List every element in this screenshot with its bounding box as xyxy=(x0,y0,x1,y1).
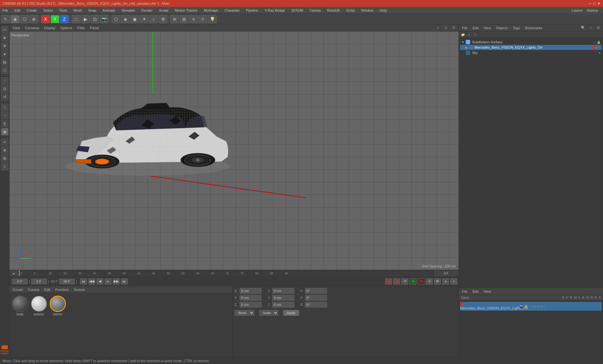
tool-axis-btn[interactable]: ⊕ xyxy=(1,42,8,50)
tool-rotate-btn[interactable]: ↺ xyxy=(1,93,8,101)
menu-snap[interactable]: Snap xyxy=(87,8,98,13)
obj-layer-btn[interactable]: ≡ xyxy=(466,32,472,37)
key-settings-btn[interactable]: ⚙ xyxy=(434,278,441,285)
coord-p-input[interactable] xyxy=(305,295,327,301)
tab-options[interactable]: Options xyxy=(58,25,74,30)
tool-extrude-btn[interactable]: ◊ xyxy=(1,163,8,170)
menu-help[interactable]: Help xyxy=(378,8,388,13)
toolbar-deform-btn[interactable]: ≋ xyxy=(170,15,179,23)
tool-edges-btn[interactable]: ▤ xyxy=(1,58,8,66)
tree-expand-mercedes[interactable]: ▶ xyxy=(465,46,468,49)
sky-vis[interactable]: ● xyxy=(599,51,600,55)
tool-sel-rect-btn[interactable]: □ xyxy=(1,104,8,111)
menu-pipeline[interactable]: Pipeline xyxy=(245,8,259,13)
toolbar-settings-btn[interactable]: ⚙ xyxy=(159,15,167,23)
timeline-play-btn[interactable]: ▶ xyxy=(9,270,19,276)
mat-tab-function[interactable]: Function xyxy=(53,287,70,292)
toolbar-move-btn[interactable]: ↖ xyxy=(1,15,10,23)
stop-btn[interactable]: ⏹ xyxy=(393,278,400,285)
obj-new-btn[interactable]: 📁 xyxy=(460,32,466,37)
material-interior[interactable]: interior xyxy=(50,296,66,316)
toolbar-z-btn[interactable]: Z xyxy=(60,15,69,23)
obj-expand-icon[interactable]: ⊞ xyxy=(595,25,602,30)
tree-expand-subdiv[interactable]: ▼ xyxy=(461,40,464,44)
tool-mirror-btn[interactable]: ⊞ xyxy=(1,155,8,162)
menu-select[interactable]: Select xyxy=(42,8,54,13)
obj-menu-view[interactable]: View xyxy=(482,25,493,30)
toolbar-light2-btn[interactable]: 💡 xyxy=(208,15,217,23)
coord-z-rot-input[interactable] xyxy=(272,302,294,308)
coord-x-pos-input[interactable] xyxy=(240,288,262,294)
end-frame-input[interactable] xyxy=(59,279,75,284)
tab-cameras[interactable]: Cameras xyxy=(23,25,41,30)
toolbar-mograph-btn[interactable]: ⊞ xyxy=(180,15,188,23)
tool-scale-btn[interactable]: ⊡ xyxy=(1,85,8,93)
mat-tab-texture[interactable]: Texture xyxy=(72,287,87,292)
go-end-btn[interactable]: ⏭ xyxy=(121,278,128,285)
toolbar-hair-btn[interactable]: ≡ xyxy=(189,15,198,23)
tab-display[interactable]: Display xyxy=(42,25,57,30)
menu-simulate[interactable]: Simulate xyxy=(120,8,136,13)
subdiv-lock-dot[interactable]: 🔒 xyxy=(597,40,600,44)
tool-magnet-btn[interactable]: ⊗ xyxy=(1,147,8,154)
obj-menu-edit[interactable]: Edit xyxy=(471,25,481,30)
timeline-marks[interactable]: 0 5 10 15 20 25 30 35 40 45 50 55 xyxy=(19,270,433,276)
obj-search-icon[interactable]: 🔍 xyxy=(579,25,587,30)
layout-value[interactable]: Startup xyxy=(586,8,599,13)
material-body[interactable]: body xyxy=(12,296,28,316)
menu-corona[interactable]: Corona xyxy=(308,8,322,13)
coord-b-input[interactable] xyxy=(305,302,327,308)
obj-menu-tags[interactable]: Tags xyxy=(511,25,522,30)
play-btn[interactable]: ▶ xyxy=(105,278,111,285)
obj-menu-objects[interactable]: Objects xyxy=(494,25,509,30)
tab-panel[interactable]: Panel xyxy=(88,25,101,30)
menu-edit[interactable]: Edit xyxy=(13,8,22,13)
menu-create[interactable]: Create xyxy=(25,8,38,13)
menu-3dtoall[interactable]: 3DToAll xyxy=(290,8,304,13)
mat-tab-corona[interactable]: Corona xyxy=(26,287,41,292)
obj-menu-bookmarks[interactable]: Bookmarks xyxy=(523,25,544,30)
viewport-settings-icon[interactable]: ⚙ xyxy=(450,25,457,30)
tool-move-btn[interactable]: ↑ xyxy=(1,77,8,84)
mercedes-more[interactable]: ··· xyxy=(598,46,600,49)
tool-points-btn[interactable]: ● xyxy=(1,50,8,58)
key-del-btn[interactable]: ⊖ xyxy=(418,278,425,285)
toolbar-paint-btn[interactable]: ◈ xyxy=(121,15,130,23)
coord-h-input[interactable] xyxy=(305,288,327,294)
coord-z-pos-input[interactable] xyxy=(240,302,262,308)
menu-vray-bridge[interactable]: V-Ray Bridge xyxy=(263,8,286,13)
close-button[interactable]: ✕ xyxy=(597,1,600,6)
tool-model-btn[interactable]: ▭ xyxy=(1,26,8,33)
record-btn[interactable]: ⏺ xyxy=(385,278,392,285)
material-exterior[interactable]: exterior xyxy=(31,296,47,316)
viewport-fullscreen-icon[interactable]: ⊡ xyxy=(443,25,449,30)
mercedes-vis[interactable]: ● xyxy=(595,46,597,49)
toolbar-render-btn[interactable]: ▶ xyxy=(81,15,90,23)
obj-filter-btn[interactable]: ▽ xyxy=(473,32,478,37)
menu-tools[interactable]: Tools xyxy=(58,8,68,13)
toolbar-material-btn[interactable]: ◉ xyxy=(130,15,139,23)
attr-icon-6[interactable]: ⊕ xyxy=(534,305,537,308)
attr-menu-view[interactable]: View xyxy=(482,289,493,294)
tool-poly-btn[interactable]: ⬡ xyxy=(1,67,8,74)
attr-row-mercedes[interactable]: Mercedes_Benz_VISION_EQXX_Lights_On ✓ 📷 … xyxy=(460,302,602,311)
toolbar-cam-btn[interactable]: 📷 xyxy=(100,15,109,23)
attr-icon-7[interactable]: ⊖ xyxy=(537,305,540,308)
toolbar-env-btn[interactable]: ○ xyxy=(149,15,158,23)
prev-frame-btn[interactable]: ◀◀ xyxy=(88,278,95,285)
menu-render[interactable]: Render xyxy=(140,8,154,13)
attr-icon-3[interactable]: 🔒 xyxy=(524,305,528,308)
tool-live-sel-btn[interactable]: ◉ xyxy=(1,128,8,136)
subdiv-vis-dot[interactable]: ✓ xyxy=(594,40,596,44)
menu-motion-tracker[interactable]: Motion Tracker xyxy=(173,8,199,13)
menu-sculpt[interactable]: Sculpt xyxy=(158,8,170,13)
attr-menu-file[interactable]: File xyxy=(460,289,470,294)
coord-y-pos-input[interactable] xyxy=(240,295,262,301)
toolbar-light-btn[interactable]: ☀ xyxy=(140,15,149,23)
menu-script[interactable]: Script xyxy=(345,8,356,13)
attr-icon-4[interactable]: ≡ xyxy=(529,305,530,308)
coord-x-rot-input[interactable] xyxy=(272,288,294,294)
go-start-btn[interactable]: ⏮ xyxy=(80,278,87,285)
coord-world-select[interactable]: World Object xyxy=(235,310,254,316)
toolbar-sphere-btn[interactable]: ⬡ xyxy=(111,15,120,23)
